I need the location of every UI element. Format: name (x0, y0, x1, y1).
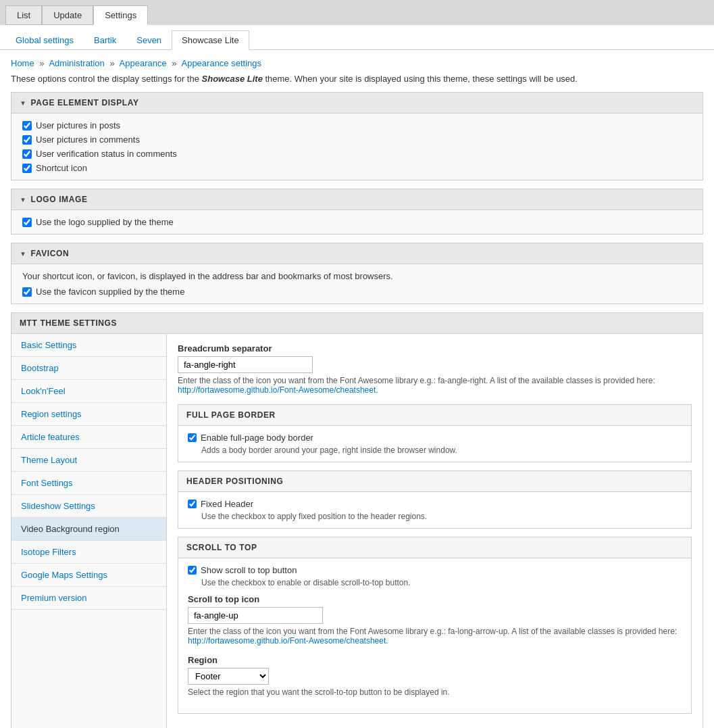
breadcrumb-separator-desc: Enter the class of the icon you want fro… (178, 376, 692, 395)
header-positioning-box: HEADER POSITIONING Fixed Header Use the … (178, 470, 692, 529)
section-logo-arrow-icon: ▼ (20, 196, 27, 203)
sidebar-item-bootstrap[interactable]: Bootstrap (11, 357, 166, 380)
scroll-to-top-box: SCROLL TO TOP Show scroll to top button … (178, 537, 692, 714)
section-favicon-title: FAVICON (31, 249, 70, 258)
breadcrumb-settings[interactable]: Appearance settings (181, 58, 261, 68)
section-favicon-arrow-icon: ▼ (20, 250, 27, 258)
label-use-logo: Use the logo supplied by the theme (36, 217, 174, 227)
scroll-icon-label: Scroll to top icon (188, 594, 682, 604)
checkbox-row-show-scroll-to-top: Show scroll to top button (188, 565, 682, 575)
tab-list[interactable]: List (5, 5, 42, 25)
checkbox-row-user-pictures-comments: User pictures in comments (22, 135, 692, 145)
breadcrumb-separator-link[interactable]: http://fortawesome.github.io/Font-Awesom… (178, 385, 378, 395)
sidebar-item-article-features[interactable]: Article features (11, 426, 166, 449)
section-page-element-display: ▼ PAGE ELEMENT DISPLAY User pictures in … (11, 92, 703, 180)
section-logo-body: Use the logo supplied by the theme (11, 210, 703, 234)
mtt-theme-settings-box: MTT THEME SETTINGS Basic Settings Bootst… (11, 312, 703, 728)
label-enable-full-page-border: Enable full-page body border (201, 433, 313, 443)
sidebar-item-looknfeel[interactable]: Look'n'Feel (11, 380, 166, 403)
top-tabs-bar: List Update Settings (0, 0, 714, 25)
checkbox-row-fixed-header: Fixed Header (188, 499, 682, 509)
full-page-border-header: FULL PAGE BORDER (178, 405, 691, 426)
theme-name: Showcase Lite (202, 74, 263, 84)
breadcrumb-separator-label: Breadcrumb separator (178, 343, 692, 354)
label-fixed-header: Fixed Header (201, 499, 253, 509)
checkbox-user-pictures-comments[interactable] (22, 135, 32, 145)
sidebar-item-region-settings[interactable]: Region settings (11, 403, 166, 426)
tab-seven[interactable]: Seven (126, 30, 172, 49)
page-description: These options control the display settin… (11, 74, 703, 84)
sidebar-item-theme-layout[interactable]: Theme Layout (11, 449, 166, 472)
breadcrumb-separator-input[interactable] (178, 356, 313, 373)
checkbox-use-logo[interactable] (22, 218, 32, 227)
scroll-region-select[interactable]: Footer Header Sidebar (188, 668, 269, 685)
tab-bartik[interactable]: Bartik (84, 30, 126, 49)
sidebar-item-google-maps-settings[interactable]: Google Maps Settings (11, 564, 166, 587)
label-show-scroll-to-top: Show scroll to top button (201, 565, 297, 575)
checkbox-user-verification[interactable] (22, 149, 32, 159)
scroll-to-top-body: Show scroll to top button Use the checkb… (178, 558, 691, 713)
checkbox-row-user-verification: User verification status in comments (22, 149, 692, 159)
section-logo-title: LOGO IMAGE (31, 195, 88, 204)
full-page-border-body: Enable full-page body border Adds a body… (178, 426, 691, 462)
label-use-favicon: Use the favicon supplied by the theme (36, 287, 184, 297)
checkbox-row-use-logo: Use the logo supplied by the theme (22, 217, 692, 227)
sidebar-item-slideshow-settings[interactable]: Slideshow Settings (11, 495, 166, 518)
mtt-header: MTT THEME SETTINGS (11, 313, 703, 334)
scroll-icon-group: Scroll to top icon Enter the class of th… (188, 594, 682, 646)
sidebar-item-basic-settings[interactable]: Basic Settings (11, 334, 166, 357)
tab-update[interactable]: Update (42, 5, 93, 25)
secondary-tabs-bar: Global settings Bartik Seven Showcase Li… (0, 25, 714, 50)
page-content: Home » Administration » Appearance » App… (0, 50, 714, 728)
label-user-pictures-posts: User pictures in posts (36, 120, 120, 130)
section-page-element-body: User pictures in posts User pictures in … (11, 114, 703, 180)
mtt-body: Basic Settings Bootstrap Look'n'Feel Reg… (11, 334, 703, 728)
scroll-region-label: Region (188, 655, 682, 665)
checkbox-shortcut-icon[interactable] (22, 164, 32, 173)
scroll-region-group: Region Footer Header Sidebar Select the … (188, 655, 682, 697)
checkbox-row-enable-full-page-border: Enable full-page body border (188, 433, 682, 443)
scroll-icon-link[interactable]: http://fortawesome.github.io/Font-Awesom… (188, 636, 388, 646)
mtt-panel: Breadcrumb separator Enter the class of … (167, 334, 703, 728)
section-favicon-body: Your shortcut icon, or favicon, is displ… (11, 264, 703, 304)
main-content: Global settings Bartik Seven Showcase Li… (0, 25, 714, 728)
breadcrumb-sep2: » (109, 58, 114, 68)
checkbox-enable-full-page-border[interactable] (188, 433, 197, 442)
checkbox-fixed-header[interactable] (188, 500, 197, 508)
sidebar-item-font-settings[interactable]: Font Settings (11, 472, 166, 495)
section-favicon-header: ▼ FAVICON (11, 243, 703, 264)
tab-settings[interactable]: Settings (93, 5, 148, 25)
breadcrumb-separator-group: Breadcrumb separator Enter the class of … (178, 343, 692, 395)
breadcrumb-sep1: » (39, 58, 44, 68)
breadcrumb-home[interactable]: Home (11, 58, 34, 68)
sidebar-item-premium-version[interactable]: Premium version (11, 587, 166, 610)
full-page-border-box: FULL PAGE BORDER Enable full-page body b… (178, 404, 692, 462)
scroll-icon-desc: Enter the class of the icon you want fro… (188, 627, 682, 646)
checkbox-user-pictures-posts[interactable] (22, 121, 32, 130)
scroll-to-top-show-desc: Use the checkbox to enable or disable sc… (188, 578, 682, 587)
tab-showcase-lite[interactable]: Showcase Lite (172, 30, 249, 50)
section-page-element-header: ▼ PAGE ELEMENT DISPLAY (11, 93, 703, 114)
breadcrumb-sep3: » (172, 58, 176, 68)
scroll-to-top-header: SCROLL TO TOP (178, 537, 691, 558)
section-logo-image: ▼ LOGO IMAGE Use the logo supplied by th… (11, 189, 703, 235)
breadcrumb: Home » Administration » Appearance » App… (11, 58, 703, 68)
checkbox-row-use-favicon: Use the favicon supplied by the theme (22, 287, 692, 297)
scroll-icon-input[interactable] (188, 607, 323, 624)
scroll-region-desc: Select the region that you want the scro… (188, 687, 682, 697)
checkbox-row-shortcut-icon: Shortcut icon (22, 163, 692, 173)
sidebar-item-isotope-filters[interactable]: Isotope Filters (11, 541, 166, 564)
sidebar-item-video-background-region[interactable]: Video Background region (11, 518, 166, 541)
header-positioning-desc: Use the checkbox to apply fixed position… (188, 512, 682, 521)
breadcrumb-administration[interactable]: Administration (49, 58, 104, 68)
checkbox-use-favicon[interactable] (22, 287, 32, 297)
section-logo-header: ▼ LOGO IMAGE (11, 189, 703, 210)
favicon-description: Your shortcut icon, or favicon, is displ… (22, 271, 692, 281)
mtt-sidebar: Basic Settings Bootstrap Look'n'Feel Reg… (11, 334, 167, 728)
checkbox-show-scroll-to-top[interactable] (188, 566, 197, 575)
tab-global-settings[interactable]: Global settings (5, 30, 84, 49)
breadcrumb-appearance[interactable]: Appearance (120, 58, 167, 68)
label-shortcut-icon: Shortcut icon (36, 163, 87, 173)
label-user-pictures-comments: User pictures in comments (36, 135, 140, 145)
header-positioning-body: Fixed Header Use the checkbox to apply f… (178, 492, 691, 528)
